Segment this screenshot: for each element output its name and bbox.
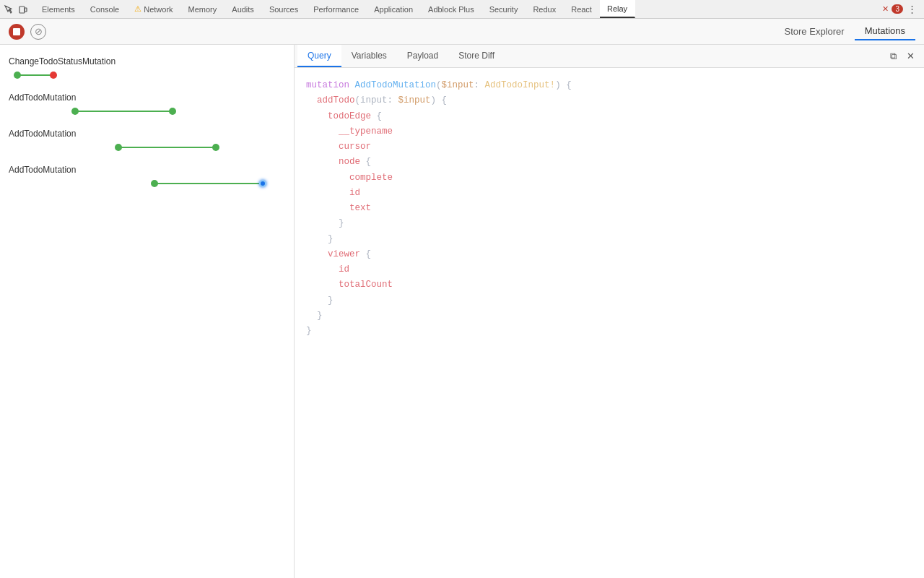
dot-end-1 — [169, 108, 176, 115]
code-token: addTodo — [306, 95, 355, 105]
code-token: { — [366, 249, 372, 259]
clear-button[interactable]: ⊘ — [30, 24, 46, 40]
tab-security[interactable]: Security — [482, 0, 526, 18]
code-token: { — [377, 111, 383, 121]
code-token: $input — [442, 80, 474, 90]
query-tabs-bar: Query Variables Payload Store Diff ⧉ ✕ — [295, 45, 924, 68]
more-options-icon[interactable]: ⋮ — [903, 4, 921, 14]
code-line: addTodo(input: $input) { — [306, 93, 912, 108]
code-token: text — [306, 203, 371, 213]
code-line: } — [306, 309, 912, 324]
tab-application[interactable]: Application — [367, 0, 421, 18]
mutation-timeline-1 — [9, 107, 283, 116]
code-token: __typename — [306, 126, 393, 137]
code-token: (input: — [355, 95, 398, 105]
code-viewer: mutation AddTodoMutation($input: AddTodo… — [295, 68, 924, 578]
mutation-name-1: AddTodoMutation — [9, 92, 285, 103]
tab-redux[interactable]: Redux — [526, 0, 564, 18]
mutation-item-1[interactable]: AddTodoMutation — [0, 90, 294, 118]
code-token: AddTodoMutation — [355, 80, 437, 90]
dot-start-2 — [115, 144, 122, 151]
code-token: totalCount — [306, 280, 393, 290]
code-line: __typename — [306, 124, 912, 139]
main-layout: ChangeTodoStatusMutationAddTodoMutationA… — [0, 45, 924, 578]
code-token: ) { — [431, 95, 448, 105]
dot-start-3 — [151, 180, 158, 187]
code-token: todoEdge — [306, 111, 377, 121]
tab-react[interactable]: React — [564, 0, 600, 18]
code-token: mutation — [306, 80, 355, 90]
code-token: cursor — [306, 142, 371, 152]
mutation-list-panel: ChangeTodoStatusMutationAddTodoMutationA… — [0, 45, 295, 578]
tab-memory[interactable]: Memory — [181, 0, 225, 18]
code-token: viewer — [306, 249, 366, 259]
tab-query[interactable]: Query — [297, 45, 341, 67]
code-token: ( — [436, 80, 442, 90]
dot-start-0 — [14, 72, 21, 79]
mutation-name-0: ChangeTodoStatusMutation — [9, 56, 285, 66]
dot-start-1 — [71, 108, 79, 115]
device-icon[interactable] — [17, 4, 29, 15]
tab-performance[interactable]: Performance — [306, 0, 367, 18]
code-line: todoEdge { — [306, 109, 912, 124]
inspect-icon[interactable] — [3, 4, 14, 15]
dot-end-0 — [50, 72, 57, 79]
mutation-timeline-2 — [9, 143, 283, 152]
mutation-item-2[interactable]: AddTodoMutation — [0, 126, 294, 155]
error-count-badge: 3 — [892, 4, 903, 14]
expand-panel-icon[interactable]: ⧉ — [886, 50, 899, 63]
mutation-timeline-0 — [9, 71, 283, 79]
code-line: id — [306, 262, 912, 277]
mutation-item-3[interactable]: AddTodoMutation — [0, 162, 294, 191]
code-token: id — [306, 264, 349, 275]
code-token: } — [306, 326, 312, 336]
store-explorer-button[interactable]: Store Explorer — [775, 23, 855, 40]
mutation-item-0[interactable]: ChangeTodoStatusMutation — [0, 53, 294, 82]
code-token: AddTodoInput! — [485, 80, 556, 90]
code-line: totalCount — [306, 277, 912, 293]
mutation-name-3: AddTodoMutation — [9, 165, 285, 175]
code-line: } — [306, 293, 912, 309]
code-line: } — [306, 216, 912, 231]
close-panel-icon[interactable]: ✕ — [904, 50, 917, 63]
tab-sources[interactable]: Sources — [262, 0, 306, 18]
code-token: $input — [398, 95, 431, 105]
ban-icon: ⊘ — [35, 27, 43, 36]
code-line: text — [306, 201, 912, 216]
tab-elements[interactable]: Elements — [35, 0, 83, 18]
code-line: id — [306, 186, 912, 201]
code-token: } — [306, 296, 334, 306]
code-line: cursor — [306, 139, 912, 155]
dot-end-2 — [212, 144, 219, 151]
dot-end-3 — [259, 180, 266, 187]
tab-console[interactable]: Console — [83, 0, 127, 18]
tab-audits[interactable]: Audits — [225, 0, 262, 18]
panel-controls: ⧉ ✕ — [886, 50, 921, 63]
tab-variables[interactable]: Variables — [341, 45, 397, 67]
code-token: complete — [306, 173, 393, 183]
code-token: node — [306, 157, 366, 167]
code-line: } — [306, 324, 912, 339]
code-line: node { — [306, 155, 912, 170]
tab-store-diff[interactable]: Store Diff — [448, 45, 505, 67]
code-token: } — [306, 218, 344, 228]
code-token: ) { — [555, 80, 572, 90]
tab-adblockplus[interactable]: Adblock Plus — [421, 0, 482, 18]
code-line: viewer { — [306, 247, 912, 262]
code-token: } — [306, 311, 323, 321]
code-token: { — [366, 157, 372, 167]
code-token: : — [474, 80, 485, 90]
devtools-tabs: Elements Console ⚠ Network Memory Audits… — [35, 0, 635, 18]
record-button[interactable] — [9, 24, 25, 40]
devtools-secondary-toolbar: ⊘ Store Explorer Mutations — [0, 19, 924, 45]
toolbar-icons — [3, 4, 29, 15]
svg-rect-0 — [19, 7, 25, 13]
devtools-topbar: Elements Console ⚠ Network Memory Audits… — [0, 0, 924, 19]
tab-payload[interactable]: Payload — [397, 45, 448, 67]
mutations-button[interactable]: Mutations — [855, 22, 915, 40]
tab-relay[interactable]: Relay — [600, 0, 635, 18]
tab-network[interactable]: ⚠ Network — [127, 0, 180, 18]
code-token: } — [306, 234, 334, 244]
query-panel: Query Variables Payload Store Diff ⧉ ✕ m… — [295, 45, 924, 578]
svg-rect-1 — [25, 8, 27, 12]
